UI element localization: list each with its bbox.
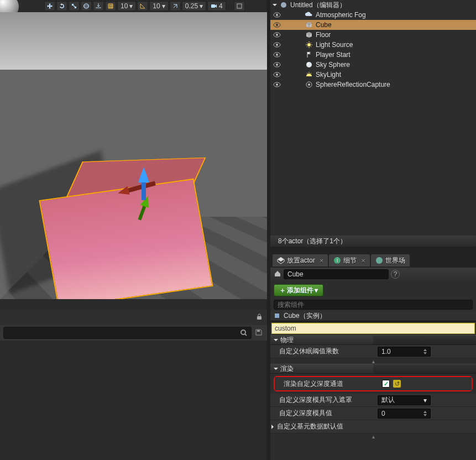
svg-point-10 — [274, 23, 280, 27]
tab-world-label: 世界场 — [385, 256, 405, 265]
tab-place-actors[interactable]: 放置actor × — [273, 254, 328, 266]
content-search-input[interactable] — [3, 327, 252, 339]
help-icon[interactable]: ? — [391, 270, 400, 279]
section-collapse-arrow[interactable]: ▴ — [270, 433, 476, 439]
component-search-input[interactable]: 搜索组件 — [274, 300, 473, 310]
prop-stencil-write-mask: 自定义深度模具写入遮罩 默认 ▾ — [270, 394, 476, 407]
visibility-eye-icon[interactable] — [273, 52, 281, 58]
transform-rotate-button[interactable] — [56, 1, 67, 11]
visibility-eye-icon[interactable] — [273, 22, 281, 28]
visibility-eye-icon[interactable] — [273, 82, 281, 87]
save-icon[interactable] — [255, 328, 264, 337]
details-filter-input[interactable]: custom — [271, 323, 475, 334]
outliner-item-label: SkyLight — [316, 71, 341, 79]
sleep-threshold-field[interactable]: 1.0 — [378, 347, 431, 357]
spinner-icon[interactable] — [422, 348, 429, 356]
svg-text:i: i — [337, 257, 338, 264]
maximize-viewport-button[interactable] — [234, 1, 245, 11]
visibility-eye-icon[interactable] — [273, 72, 281, 77]
component-root-label: Cube（实例） — [284, 311, 326, 321]
skylight-icon — [305, 71, 313, 79]
component-root[interactable]: Cube（实例） — [270, 311, 476, 321]
expand-icon — [274, 339, 278, 343]
gizmo-z-axis[interactable] — [138, 161, 149, 182]
svg-rect-4 — [257, 316, 261, 320]
camera-speed-button[interactable]: 4 — [207, 1, 226, 11]
prop-primitive-data-defaults[interactable]: 自定义基元数据默认值 — [270, 420, 476, 433]
scale-snap-value[interactable]: 0.25▾ — [182, 1, 206, 11]
svg-point-22 — [307, 62, 309, 65]
visibility-eye-icon[interactable] — [273, 12, 281, 18]
outliner-item-player-start[interactable]: Player Start — [270, 50, 476, 60]
world-outliner-tree[interactable]: Untitled（编辑器） Atmospheric FogCubeFloorLi… — [270, 0, 476, 236]
details-tab-bar: 放置actor × i 细节 × 世界场 — [270, 253, 476, 268]
close-icon[interactable]: × — [317, 257, 324, 265]
actor-icon — [273, 312, 281, 320]
light-icon — [305, 41, 313, 49]
svg-point-7 — [281, 2, 286, 8]
outliner-item-label: SphereReflectionCapture — [316, 81, 390, 88]
spinner-icon[interactable] — [422, 410, 429, 417]
scale-snap-toggle[interactable] — [170, 1, 181, 11]
outliner-item-atmospheric-fog[interactable]: Atmospheric Fog — [270, 10, 476, 20]
svg-point-8 — [274, 13, 280, 17]
transform-move-button[interactable] — [44, 1, 55, 11]
section-rendering[interactable]: 渲染 — [270, 364, 476, 374]
tab-details[interactable]: i 细节 × — [329, 254, 370, 266]
world-icon — [375, 257, 383, 264]
prop-render-custom-depth: 渲染自定义深度通道 ↺ — [275, 377, 472, 390]
grid-snap-toggle[interactable] — [105, 1, 116, 11]
angle-snap-toggle[interactable] — [137, 1, 148, 11]
stencil-mask-dropdown[interactable]: 默认 ▾ — [378, 395, 431, 405]
surface-snap-button[interactable] — [93, 1, 104, 11]
stencil-value-text: 0 — [381, 410, 385, 417]
stencil-value-field[interactable]: 0 — [378, 409, 431, 419]
angle-snap-value[interactable]: 10▾ — [149, 1, 168, 11]
place-icon — [277, 257, 285, 264]
svg-point-11 — [276, 24, 278, 26]
visibility-eye-icon[interactable] — [273, 42, 281, 48]
outliner-item-sky-sphere[interactable]: Sky Sphere — [270, 60, 476, 70]
section-collapse-arrow[interactable]: ▴ — [270, 358, 476, 364]
outliner-item-label: Light Source — [316, 41, 353, 49]
home-icon[interactable] — [274, 270, 281, 279]
tab-place-label: 放置actor — [287, 256, 315, 265]
svg-point-18 — [276, 54, 278, 56]
lock-icon[interactable] — [256, 313, 264, 321]
svg-point-16 — [307, 43, 311, 46]
coord-space-button[interactable] — [81, 1, 92, 11]
add-component-button[interactable]: ＋ 添加组件 ▾ — [274, 284, 323, 296]
svg-point-31 — [376, 257, 383, 264]
svg-rect-3 — [237, 4, 242, 8]
outliner-item-skylight[interactable]: SkyLight — [270, 70, 476, 80]
reflect-icon — [305, 81, 313, 88]
grid-snap-value[interactable]: 10▾ — [117, 1, 136, 11]
actor-name-text: Cube — [287, 270, 304, 278]
outliner-item-floor[interactable]: Floor — [270, 30, 476, 40]
plus-icon: ＋ — [279, 286, 286, 295]
visibility-eye-icon[interactable] — [273, 62, 281, 67]
actor-name-field[interactable]: Cube — [284, 269, 389, 279]
outliner-item-label: Sky Sphere — [316, 61, 350, 69]
outliner-item-spherereflectioncapture[interactable]: SphereReflectionCapture — [270, 80, 476, 90]
tab-world-settings[interactable]: 世界场 — [371, 254, 410, 266]
sleep-threshold-value: 1.0 — [381, 348, 391, 356]
outliner-item-cube[interactable]: Cube — [270, 20, 476, 30]
outliner-item-light-source[interactable]: Light Source — [270, 40, 476, 50]
revert-to-default-button[interactable]: ↺ — [393, 380, 401, 388]
expand-icon[interactable] — [273, 4, 277, 8]
svg-point-0 — [84, 4, 89, 9]
viewport-3d[interactable] — [0, 12, 267, 299]
selected-actor-cube[interactable] — [55, 156, 188, 289]
custom-depth-checkbox[interactable] — [382, 380, 390, 388]
bottom-left-panel — [0, 310, 267, 341]
transform-scale-button[interactable] — [69, 1, 80, 11]
visibility-eye-icon[interactable] — [273, 32, 281, 38]
close-icon[interactable]: × — [359, 257, 365, 265]
svg-rect-2 — [211, 4, 215, 8]
outliner-root[interactable]: Untitled（编辑器） — [270, 0, 476, 10]
section-physics[interactable]: 物理 — [270, 335, 476, 345]
svg-point-29 — [334, 257, 341, 264]
svg-point-12 — [274, 33, 280, 37]
highlighted-property: 渲染自定义深度通道 ↺ — [274, 376, 473, 391]
